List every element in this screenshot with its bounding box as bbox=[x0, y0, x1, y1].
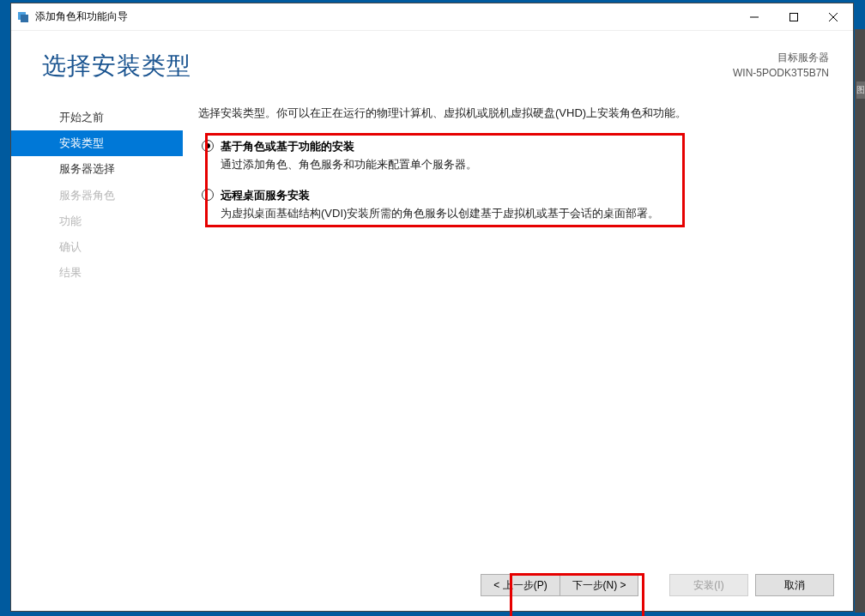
minimize-button[interactable] bbox=[735, 3, 774, 30]
option-text: 基于角色或基于功能的安装 通过添加角色、角色服务和功能来配置单个服务器。 bbox=[221, 138, 829, 174]
body-row: 开始之前 安装类型 服务器选择 服务器角色 功能 确认 结果 选择安装类型。你可… bbox=[11, 98, 853, 559]
sidebar-item-server-roles: 服务器角色 bbox=[11, 183, 183, 208]
radio-role-based[interactable] bbox=[202, 140, 214, 158]
option-desc: 通过添加角色、角色服务和功能来配置单个服务器。 bbox=[221, 156, 829, 174]
page-title: 选择安装类型 bbox=[42, 50, 733, 82]
option-role-based[interactable]: 基于角色或基于功能的安装 通过添加角色、角色服务和功能来配置单个服务器。 bbox=[198, 138, 829, 174]
intro-text: 选择安装类型。你可以在正在运行的物理计算机、虚拟机或脱机虚拟硬盘(VHD)上安装… bbox=[198, 105, 829, 123]
radio-icon bbox=[202, 140, 214, 152]
next-button[interactable]: 下一步(N) > bbox=[560, 574, 638, 596]
option-title: 远程桌面服务安装 bbox=[221, 187, 829, 205]
header-row: 选择安装类型 目标服务器 WIN-5PODK3T5B7N bbox=[11, 31, 853, 82]
radio-remote-desktop[interactable] bbox=[202, 189, 214, 207]
sidebar-item-install-type[interactable]: 安装类型 bbox=[11, 130, 183, 156]
close-button[interactable] bbox=[814, 3, 853, 30]
sidebar-item-features: 功能 bbox=[11, 208, 183, 234]
sidebar-item-confirm: 确认 bbox=[11, 234, 183, 260]
window-title: 添加角色和功能向导 bbox=[35, 9, 735, 24]
target-server-name: WIN-5PODK3T5B7N bbox=[733, 65, 829, 81]
background-edge-label: 图 bbox=[856, 82, 865, 99]
sidebar: 开始之前 安装类型 服务器选择 服务器角色 功能 确认 结果 bbox=[11, 98, 183, 559]
sidebar-item-results: 结果 bbox=[11, 260, 183, 286]
sidebar-item-server-selection[interactable]: 服务器选择 bbox=[11, 156, 183, 182]
background-edge bbox=[855, 29, 865, 613]
maximize-button[interactable] bbox=[774, 3, 814, 30]
option-title: 基于角色或基于功能的安装 bbox=[221, 138, 829, 156]
cancel-button[interactable]: 取消 bbox=[755, 574, 834, 596]
target-label: 目标服务器 bbox=[733, 50, 829, 65]
content-area: 选择安装类型 目标服务器 WIN-5PODK3T5B7N 开始之前 安装类型 服… bbox=[11, 31, 853, 611]
footer: < 上一步(P) 下一步(N) > 安装(I) 取消 bbox=[11, 559, 853, 611]
nav-button-pair: < 上一步(P) 下一步(N) > bbox=[481, 574, 638, 596]
previous-button[interactable]: < 上一步(P) bbox=[481, 574, 560, 596]
install-button: 安装(I) bbox=[669, 574, 748, 596]
option-text: 远程桌面服务安装 为虚拟桌面基础结构(VDI)安装所需的角色服务以创建基于虚拟机… bbox=[221, 187, 829, 223]
wizard-window: 添加角色和功能向导 选择安装类型 目标服务器 WIN-5PODK3T5B7N 开… bbox=[10, 3, 854, 612]
option-remote-desktop[interactable]: 远程桌面服务安装 为虚拟桌面基础结构(VDI)安装所需的角色服务以创建基于虚拟机… bbox=[198, 187, 829, 223]
svg-rect-3 bbox=[790, 13, 798, 21]
target-info: 目标服务器 WIN-5PODK3T5B7N bbox=[733, 50, 836, 81]
sidebar-item-before-begin[interactable]: 开始之前 bbox=[11, 105, 183, 130]
option-desc: 为虚拟桌面基础结构(VDI)安装所需的角色服务以创建基于虚拟机或基于会话的桌面部… bbox=[221, 205, 829, 223]
main-panel: 选择安装类型。你可以在正在运行的物理计算机、虚拟机或脱机虚拟硬盘(VHD)上安装… bbox=[183, 98, 853, 559]
titlebar: 添加角色和功能向导 bbox=[11, 3, 853, 31]
radio-icon bbox=[202, 189, 214, 201]
svg-rect-1 bbox=[21, 15, 28, 22]
window-controls bbox=[735, 3, 853, 30]
app-icon bbox=[16, 10, 30, 24]
